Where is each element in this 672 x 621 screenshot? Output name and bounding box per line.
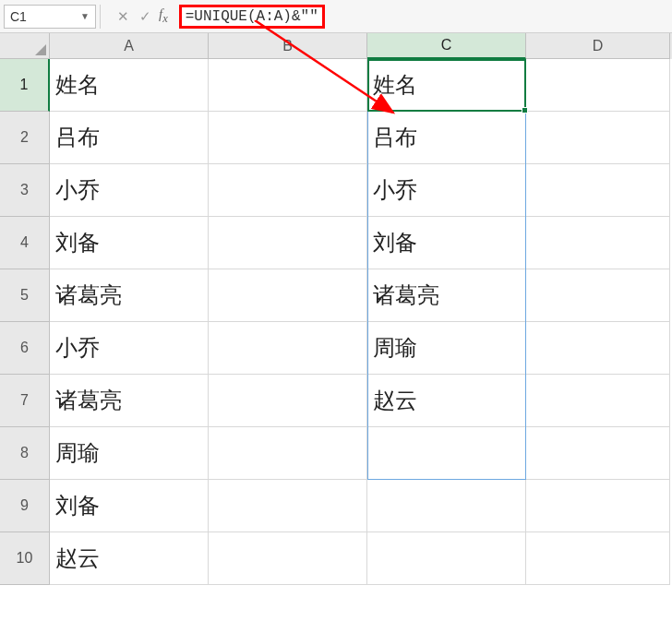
cell[interactable] — [367, 480, 526, 532]
enter-icon[interactable]: ✓ — [137, 8, 153, 25]
cell[interactable]: 周瑜 — [50, 427, 209, 480]
cell[interactable]: 刘备 — [50, 480, 209, 532]
chevron-down-icon[interactable]: ▼ — [80, 11, 90, 21]
cell[interactable] — [209, 375, 367, 427]
cell[interactable] — [209, 322, 367, 375]
name-box[interactable]: C1 ▼ — [4, 5, 96, 29]
cell[interactable] — [367, 427, 526, 480]
row-header[interactable]: 9 — [0, 480, 50, 532]
cell[interactable] — [526, 427, 670, 480]
grid-body: 1 2 3 4 5 6 7 8 9 10 姓名 姓名 吕布 吕布 — [0, 59, 672, 585]
cell[interactable] — [209, 532, 367, 585]
row-header[interactable]: 1 — [0, 59, 50, 112]
cell[interactable]: 诸葛亮 — [367, 269, 526, 322]
name-box-value: C1 — [10, 9, 27, 24]
cell[interactable] — [367, 532, 526, 585]
cell[interactable]: 小乔 — [367, 164, 526, 217]
formula-input-wrap: =UNIQUE(A:A)&"" — [179, 5, 668, 29]
row-header[interactable]: 8 — [0, 427, 50, 480]
cell[interactable] — [209, 59, 367, 112]
row-header[interactable]: 7 — [0, 375, 50, 427]
cell[interactable] — [209, 480, 367, 532]
cell[interactable] — [209, 269, 367, 322]
row-header[interactable]: 6 — [0, 322, 50, 375]
cell[interactable] — [526, 375, 670, 427]
cell[interactable]: 姓名 — [50, 59, 209, 112]
column-header-a[interactable]: A — [50, 33, 209, 59]
cell[interactable] — [526, 480, 670, 532]
cell[interactable]: 周瑜 — [367, 322, 526, 375]
spreadsheet-grid: A B C D 1 2 3 4 5 6 7 8 9 10 姓名 姓名 吕布 — [0, 33, 672, 585]
cell[interactable]: 赵云 — [367, 375, 526, 427]
row-header[interactable]: 4 — [0, 217, 50, 269]
cell[interactable] — [526, 59, 670, 112]
cell[interactable] — [209, 164, 367, 217]
formula-bar: C1 ▼ ✕ ✓ fx =UNIQUE(A:A)&"" — [0, 0, 672, 33]
column-headers: A B C D — [0, 33, 672, 59]
cell[interactable] — [526, 532, 670, 585]
formula-input[interactable]: =UNIQUE(A:A)&"" — [179, 5, 325, 29]
cell[interactable] — [526, 217, 670, 269]
cell[interactable] — [209, 217, 367, 269]
row-header[interactable]: 3 — [0, 164, 50, 217]
row-header[interactable]: 10 — [0, 532, 50, 585]
cell[interactable]: 诸葛亮 — [50, 269, 209, 322]
cell[interactable] — [209, 112, 367, 164]
cell[interactable]: 吕布 — [50, 112, 209, 164]
column-header-b[interactable]: B — [209, 33, 367, 59]
select-all-corner[interactable] — [0, 33, 50, 59]
row-header[interactable]: 5 — [0, 269, 50, 322]
cell[interactable]: 刘备 — [367, 217, 526, 269]
cell[interactable]: 刘备 — [50, 217, 209, 269]
row-headers: 1 2 3 4 5 6 7 8 9 10 — [0, 59, 50, 585]
cell[interactable]: 小乔 — [50, 164, 209, 217]
column-header-c[interactable]: C — [367, 33, 526, 59]
cell[interactable] — [526, 269, 670, 322]
cell[interactable]: 赵云 — [50, 532, 209, 585]
cell[interactable] — [526, 112, 670, 164]
cell[interactable]: 姓名 — [367, 59, 526, 112]
formula-buttons: ✕ ✓ fx — [109, 6, 174, 26]
cells-area: 姓名 姓名 吕布 吕布 小乔 小乔 刘备 刘备 — [50, 59, 670, 585]
cell[interactable]: 吕布 — [367, 112, 526, 164]
cell[interactable] — [209, 427, 367, 480]
fx-icon[interactable]: fx — [159, 6, 168, 26]
column-header-d[interactable]: D — [526, 33, 670, 59]
cell[interactable] — [526, 322, 670, 375]
separator — [100, 5, 105, 29]
cell[interactable]: 小乔 — [50, 322, 209, 375]
row-header[interactable]: 2 — [0, 112, 50, 164]
cell[interactable] — [526, 164, 670, 217]
cancel-icon[interactable]: ✕ — [114, 8, 131, 25]
cell[interactable]: 诸葛亮 — [50, 375, 209, 427]
